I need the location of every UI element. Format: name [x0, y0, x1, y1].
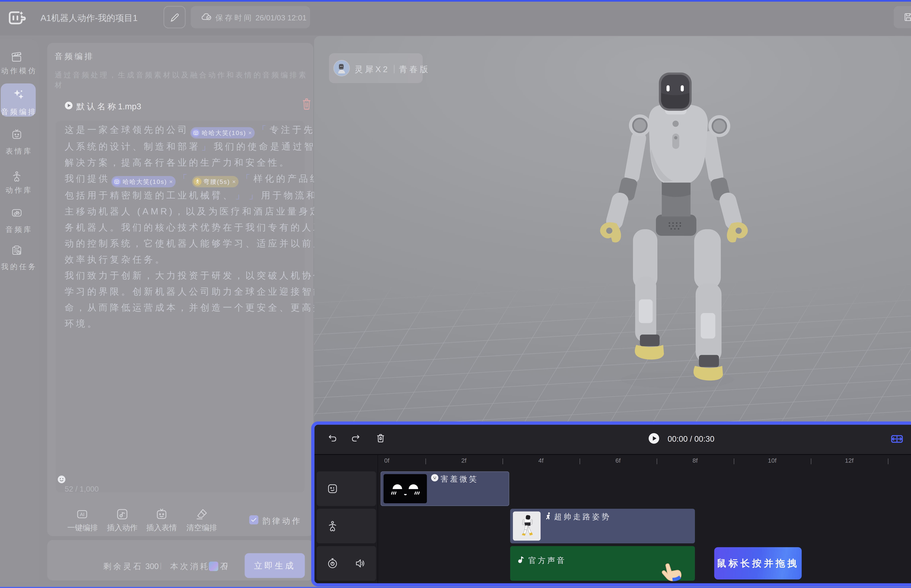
svg-text:AI: AI: [80, 512, 84, 517]
